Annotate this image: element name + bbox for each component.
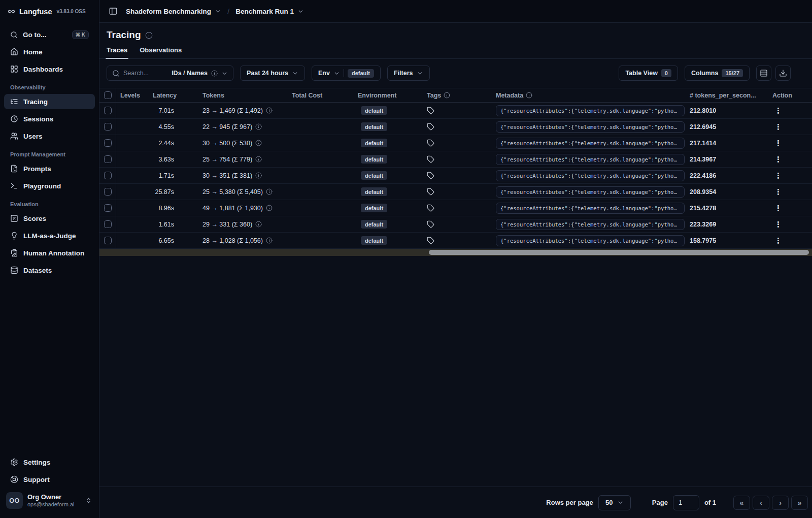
- info-icon[interactable]: [211, 70, 218, 77]
- search-input[interactable]: [123, 70, 168, 77]
- row-checkbox[interactable]: [104, 188, 112, 196]
- tab-observations[interactable]: Observations: [140, 46, 182, 58]
- table-row[interactable]: 7.01s 23 → 1,469 (Σ 1,492) default {"res…: [99, 103, 812, 119]
- sidebar-item-dashboards[interactable]: Dashboards: [4, 61, 95, 77]
- tag-icon[interactable]: [427, 237, 434, 244]
- filters-button[interactable]: Filters: [387, 66, 430, 81]
- row-actions-menu-button[interactable]: ⋮: [772, 236, 784, 245]
- table-row[interactable]: 25.87s 25 → 5,380 (Σ 5,405) default {"re…: [99, 184, 812, 200]
- row-checkbox[interactable]: [104, 139, 112, 147]
- tag-icon[interactable]: [427, 155, 434, 163]
- tag-icon[interactable]: [427, 220, 434, 228]
- metadata-chip[interactable]: {"resourceAttributes":{"telemetry.sdk.la…: [496, 154, 685, 165]
- row-actions-menu-button[interactable]: ⋮: [772, 154, 784, 164]
- export-button[interactable]: [775, 66, 791, 81]
- row-actions-menu-button[interactable]: ⋮: [772, 219, 784, 229]
- info-icon[interactable]: [255, 140, 262, 146]
- sidebar-item-support[interactable]: Support: [4, 472, 95, 487]
- header-tokens[interactable]: Tokens: [201, 88, 291, 102]
- sidebar-item-goto[interactable]: Go to... ⌘ K: [4, 27, 95, 42]
- first-page-button[interactable]: «: [733, 496, 750, 510]
- row-checkbox[interactable]: [104, 220, 112, 228]
- table-row[interactable]: 8.96s 49 → 1,881 (Σ 1,930) default {"res…: [99, 200, 812, 216]
- last-page-button[interactable]: »: [791, 496, 808, 510]
- sidebar-item-sessions[interactable]: Sessions: [4, 111, 95, 126]
- env-filter[interactable]: Env default: [312, 66, 381, 81]
- row-height-button[interactable]: [756, 66, 771, 81]
- tag-icon[interactable]: [427, 123, 434, 131]
- sidebar-item-prompts[interactable]: Prompts: [4, 161, 95, 176]
- row-actions-menu-button[interactable]: ⋮: [772, 187, 784, 197]
- row-checkbox[interactable]: [104, 107, 112, 114]
- info-icon[interactable]: [526, 92, 532, 99]
- header-total-cost[interactable]: Total Cost: [291, 88, 357, 102]
- table-row[interactable]: 4.55s 22 → 945 (Σ 967) default {"resourc…: [99, 119, 812, 135]
- metadata-chip[interactable]: {"resourceAttributes":{"telemetry.sdk.la…: [496, 219, 685, 230]
- search-box[interactable]: IDs / Names: [107, 66, 233, 81]
- table-row[interactable]: 1.61s 29 → 331 (Σ 360) default {"resourc…: [99, 216, 812, 233]
- tag-icon[interactable]: [427, 107, 434, 114]
- info-icon[interactable]: [255, 156, 262, 163]
- sidebar-toggle-button[interactable]: [107, 5, 120, 18]
- header-levels[interactable]: Levels: [116, 88, 153, 102]
- row-checkbox[interactable]: [104, 172, 112, 179]
- row-checkbox[interactable]: [104, 155, 112, 163]
- info-icon[interactable]: [266, 237, 273, 244]
- search-scope-label[interactable]: IDs / Names: [172, 70, 208, 77]
- info-icon[interactable]: [255, 123, 262, 130]
- previous-page-button[interactable]: ‹: [753, 496, 769, 510]
- sidebar-item-human-annotation[interactable]: Human Annotation: [4, 245, 95, 261]
- row-actions-menu-button[interactable]: ⋮: [772, 122, 784, 132]
- time-range-filter[interactable]: Past 24 hours: [240, 66, 305, 81]
- metadata-chip[interactable]: {"resourceAttributes":{"telemetry.sdk.la…: [496, 235, 685, 246]
- sidebar-item-playground[interactable]: Playground: [4, 178, 95, 193]
- row-checkbox[interactable]: [104, 123, 112, 131]
- columns-button[interactable]: Columns 15/27: [685, 66, 750, 81]
- tag-icon[interactable]: [427, 204, 434, 212]
- sidebar-item-settings[interactable]: Settings: [4, 455, 95, 470]
- row-actions-menu-button[interactable]: ⋮: [772, 203, 784, 213]
- page-number-input[interactable]: [673, 495, 699, 510]
- row-checkbox[interactable]: [104, 204, 112, 212]
- header-tokens-per-second[interactable]: # tokens_per_secon...: [689, 88, 770, 102]
- metadata-chip[interactable]: {"resourceAttributes":{"telemetry.sdk.la…: [496, 105, 685, 116]
- row-actions-menu-button[interactable]: ⋮: [772, 106, 784, 115]
- sidebar-item-scores[interactable]: Scores: [4, 211, 95, 226]
- table-row[interactable]: 1.71s 30 → 351 (Σ 381) default {"resourc…: [99, 168, 812, 184]
- tag-icon[interactable]: [427, 188, 434, 196]
- sidebar-item-datasets[interactable]: Datasets: [4, 263, 95, 278]
- table-row[interactable]: 3.63s 25 → 754 (Σ 779) default {"resourc…: [99, 151, 812, 168]
- rows-per-page-select[interactable]: 50: [598, 495, 631, 510]
- header-environment[interactable]: Environment: [357, 88, 423, 102]
- tag-icon[interactable]: [427, 172, 434, 179]
- header-latency[interactable]: Latency: [153, 88, 201, 102]
- info-icon[interactable]: [266, 188, 273, 195]
- info-icon[interactable]: [255, 221, 262, 228]
- select-all-checkbox[interactable]: [104, 91, 112, 99]
- tag-icon[interactable]: [427, 139, 434, 147]
- info-icon[interactable]: [145, 31, 153, 39]
- metadata-chip[interactable]: {"resourceAttributes":{"telemetry.sdk.la…: [496, 186, 685, 198]
- horizontal-scrollbar-track[interactable]: [99, 249, 812, 256]
- sidebar-item-tracing[interactable]: Tracing: [4, 94, 95, 109]
- tab-traces[interactable]: Traces: [107, 46, 127, 58]
- sidebar-item-home[interactable]: Home: [4, 44, 95, 59]
- table-view-button[interactable]: Table View 0: [619, 66, 678, 81]
- info-icon[interactable]: [255, 172, 262, 179]
- row-actions-menu-button[interactable]: ⋮: [772, 138, 784, 148]
- next-page-button[interactable]: ›: [772, 496, 789, 510]
- account-switcher[interactable]: OO Org Owner ops@shadeform.ai: [4, 489, 95, 514]
- metadata-chip[interactable]: {"resourceAttributes":{"telemetry.sdk.la…: [496, 121, 685, 133]
- horizontal-scrollbar-thumb[interactable]: [429, 250, 809, 255]
- metadata-chip[interactable]: {"resourceAttributes":{"telemetry.sdk.la…: [496, 138, 685, 149]
- header-metadata[interactable]: Metadata: [494, 88, 689, 102]
- header-tags[interactable]: Tags: [423, 88, 494, 102]
- table-row[interactable]: 6.65s 28 → 1,028 (Σ 1,056) default {"res…: [99, 233, 812, 249]
- brand[interactable]: Langfuse v3.83.0 OSS: [0, 0, 99, 23]
- sidebar-item-users[interactable]: Users: [4, 128, 95, 144]
- sidebar-item-llm-judge[interactable]: LLM-as-a-Judge: [4, 228, 95, 243]
- info-icon[interactable]: [266, 205, 273, 211]
- metadata-chip[interactable]: {"resourceAttributes":{"telemetry.sdk.la…: [496, 203, 685, 214]
- metadata-chip[interactable]: {"resourceAttributes":{"telemetry.sdk.la…: [496, 170, 685, 181]
- info-icon[interactable]: [444, 92, 450, 99]
